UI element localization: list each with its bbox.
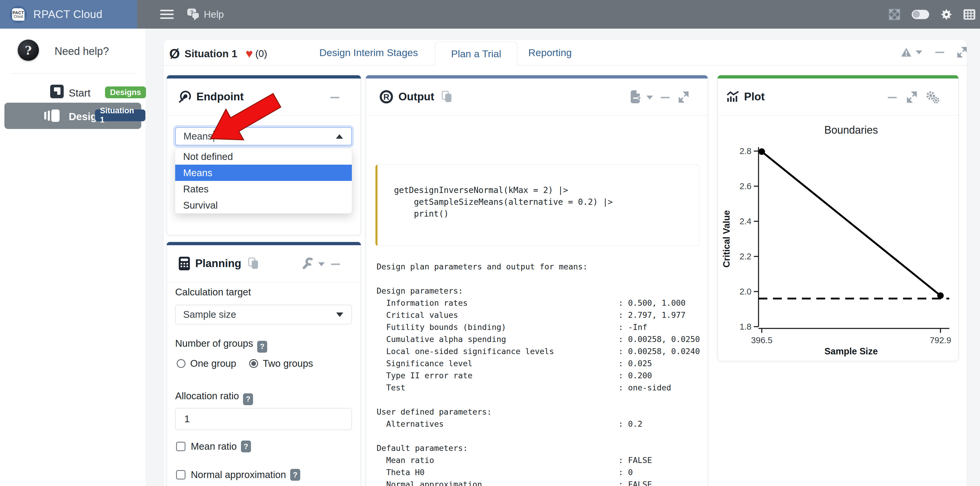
- need-help-label[interactable]: Need help?: [54, 45, 109, 57]
- radio-two-groups[interactable]: [249, 359, 258, 368]
- planning-panel: Planning Calculation target Sample size …: [167, 242, 361, 486]
- output-collapse-button[interactable]: [660, 97, 670, 98]
- report-line: Alternatives: 0.2: [377, 419, 700, 432]
- dropdown-option-not-defined[interactable]: Not defined: [175, 148, 352, 165]
- sidebar-toggle-hamburger-icon[interactable]: [160, 10, 174, 19]
- report-line: [377, 395, 700, 407]
- planning-title: Planning: [195, 257, 241, 270]
- dark-mode-toggle[interactable]: [912, 10, 929, 19]
- report-line: Information rates: 0.500, 1.000: [377, 298, 700, 311]
- radio-one-group-label[interactable]: One group: [190, 358, 236, 369]
- plot-expand-icon[interactable]: [906, 91, 918, 103]
- radio-two-groups-label[interactable]: Two groups: [263, 358, 313, 369]
- calculation-target-value: Sample size: [183, 309, 236, 320]
- tab-design-interim-stages[interactable]: Design Interim Stages: [308, 40, 429, 65]
- need-help-icon[interactable]: ?: [18, 40, 39, 61]
- svg-text:Sample Size: Sample Size: [824, 346, 878, 357]
- plot-panel: Plot BoundariesCritical ValueSample Size…: [718, 75, 958, 361]
- r-code[interactable]: getDesignInverseNormal(kMax = 2) |> getS…: [377, 165, 699, 220]
- svg-text:2.0: 2.0: [740, 287, 751, 296]
- warning-triangle-icon[interactable]: [901, 48, 912, 57]
- output-expand-icon[interactable]: [678, 91, 689, 103]
- normal-approximation-checkbox[interactable]: [176, 470, 186, 480]
- design-slash-icon: Ø: [169, 47, 180, 61]
- normal-approximation-help-icon[interactable]: ?: [290, 469, 300, 481]
- calculation-target-select[interactable]: Sample size: [175, 305, 352, 324]
- svg-text:Boundaries: Boundaries: [824, 124, 878, 136]
- help-button[interactable]: ? Help: [187, 7, 224, 22]
- warning-dropdown-caret-icon[interactable]: [916, 51, 922, 54]
- svg-text:Critical Value: Critical Value: [721, 210, 732, 268]
- output-report[interactable]: Design plan parameters and output for me…: [377, 262, 700, 486]
- collapse-all-button[interactable]: [935, 52, 944, 53]
- report-line: Test: one-sided: [377, 383, 700, 395]
- calculation-target-label: Calculation target: [175, 287, 251, 298]
- tools-wrench-icon[interactable]: [302, 258, 313, 269]
- number-of-groups-radios: One group Two groups: [177, 358, 313, 369]
- planning-accent-bar: [167, 242, 361, 245]
- top-header-bar: PACTCloud RPACT Cloud ? Help: [0, 0, 980, 29]
- card-actions: [901, 46, 967, 58]
- report-line: Normal approximation: FALSE: [377, 480, 700, 486]
- tools-caret-icon[interactable]: [318, 262, 325, 266]
- output-copy-icon[interactable]: [442, 91, 452, 103]
- copy-icon[interactable]: [248, 258, 259, 269]
- svg-text:R: R: [383, 92, 389, 102]
- svg-text:2.4: 2.4: [740, 217, 751, 226]
- planning-calculator-icon: [178, 257, 190, 270]
- report-line: Type II error rate: 0.200: [377, 371, 700, 383]
- mean-ratio-row: Mean ratio ?: [176, 441, 251, 453]
- endpoint-target-icon: [178, 90, 191, 103]
- fullscreen-icon[interactable]: [889, 8, 900, 20]
- dropdown-option-survival[interactable]: Survival: [175, 197, 352, 214]
- favorite-heart-icon[interactable]: ♥: [246, 48, 253, 60]
- tab-plan-a-trial[interactable]: Plan a Trial: [435, 41, 517, 66]
- logo-block[interactable]: PACTCloud RPACT Cloud: [0, 0, 137, 29]
- mean-ratio-checkbox[interactable]: [176, 442, 186, 451]
- plot-settings-gears-icon[interactable]: [926, 91, 940, 104]
- dropdown-option-means[interactable]: Means: [175, 165, 352, 181]
- report-line: [377, 432, 700, 443]
- grid-icon[interactable]: [964, 9, 975, 20]
- planning-collapse-button[interactable]: [331, 263, 340, 265]
- report-line: Design parameters:: [377, 286, 700, 298]
- brightness-icon[interactable]: [940, 8, 952, 20]
- endpoint-dropdown: Not definedMeansRatesSurvival: [175, 148, 352, 214]
- designs-badge: Designs: [105, 86, 146, 98]
- rpact-cloud-app: PACTCloud RPACT Cloud ? Help: [0, 0, 980, 486]
- output-accent-bar: [366, 75, 708, 78]
- number-of-groups-help-icon[interactable]: ?: [257, 341, 267, 353]
- output-panel: R Output: [366, 75, 708, 486]
- allocation-ratio-input[interactable]: 1: [175, 408, 352, 430]
- endpoint-collapse-button[interactable]: [330, 97, 339, 98]
- expand-all-icon[interactable]: [957, 47, 967, 57]
- tab-reporting[interactable]: Reporting: [525, 40, 575, 65]
- mean-ratio-help-icon[interactable]: ?: [241, 441, 251, 453]
- normal-approximation-row: Normal approximation ?: [176, 469, 300, 481]
- normal-approximation-label[interactable]: Normal approximation: [191, 469, 286, 480]
- select-caret-up-icon: [336, 134, 343, 139]
- header-actions: [889, 8, 975, 21]
- plot-accent-bar: [718, 75, 958, 78]
- sidebar-item-start[interactable]: Start: [69, 87, 91, 99]
- allocation-ratio-help-icon[interactable]: ?: [243, 394, 253, 405]
- svg-text:1.8: 1.8: [740, 322, 751, 331]
- select-caret-down-icon: [336, 312, 343, 317]
- report-line: Default parameters:: [377, 443, 700, 456]
- svg-text:2.6: 2.6: [740, 182, 751, 191]
- mean-ratio-label[interactable]: Mean ratio: [191, 441, 237, 452]
- text-cursor: [213, 131, 214, 142]
- radio-one-group[interactable]: [177, 359, 186, 368]
- help-chat-icon: ?: [187, 8, 200, 21]
- svg-text:2.8: 2.8: [740, 147, 751, 156]
- endpoint-select[interactable]: Means: [175, 127, 352, 145]
- export-caret-icon[interactable]: [646, 96, 653, 99]
- situation-header: Ø Situation 1 ♥ (0): [169, 45, 267, 63]
- svg-text:792.9: 792.9: [930, 336, 951, 345]
- export-file-icon[interactable]: [629, 90, 641, 103]
- dropdown-option-rates[interactable]: Rates: [175, 181, 352, 197]
- toggle-knob: [913, 11, 920, 18]
- sidebar: ? Need help? Start Designs Design Situat…: [0, 29, 145, 486]
- plot-collapse-button[interactable]: [888, 97, 897, 98]
- report-line: Cumulative alpha spending: 0.00258, 0.02…: [377, 335, 700, 347]
